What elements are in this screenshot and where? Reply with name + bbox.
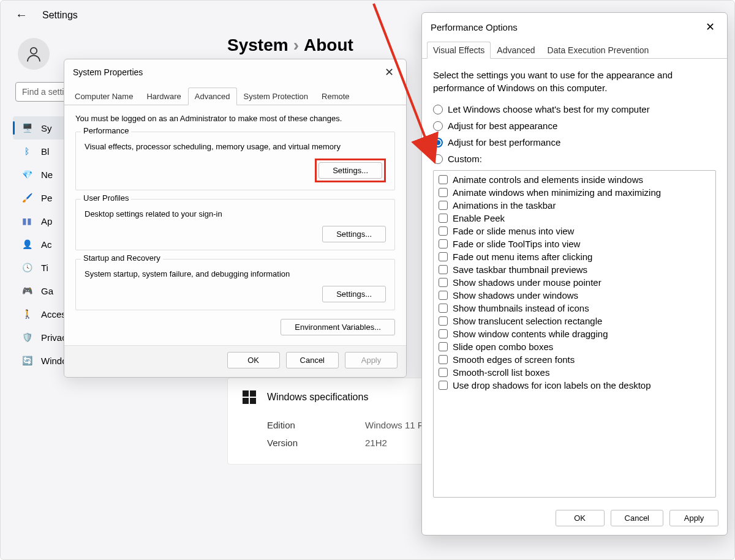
breadcrumb-root[interactable]: System bbox=[227, 35, 288, 54]
checkbox-label: Animate windows when minimizing and maxi… bbox=[453, 187, 661, 198]
nav-label: Ap bbox=[41, 216, 52, 226]
nav-icon: 🖌️ bbox=[21, 192, 32, 203]
checkbox-option[interactable]: Show shadows under mouse pointer bbox=[437, 276, 712, 289]
settings-button[interactable]: Settings... bbox=[318, 162, 382, 179]
tab-system-protection[interactable]: System Protection bbox=[237, 88, 315, 105]
checkbox-label: Fade or slide menus into view bbox=[453, 226, 574, 236]
settings-button[interactable]: Settings... bbox=[322, 226, 386, 242]
checkbox-icon bbox=[439, 291, 448, 300]
admin-note: You must be logged on as an Administrato… bbox=[75, 114, 395, 123]
tab-advanced[interactable]: Advanced bbox=[188, 88, 237, 105]
checkbox-label: Fade or slide ToolTips into view bbox=[453, 239, 580, 249]
settings-title: Settings bbox=[42, 10, 78, 21]
ok-button[interactable]: OK bbox=[227, 352, 280, 368]
radio-adjust-for-best-performance[interactable]: Adjust for best performance bbox=[433, 137, 716, 147]
tab-remote[interactable]: Remote bbox=[315, 88, 356, 105]
radio-label: Let Windows choose what's best for my co… bbox=[448, 104, 650, 114]
nav-label: Sy bbox=[41, 123, 52, 133]
checkbox-icon bbox=[439, 316, 448, 326]
back-arrow-icon[interactable]: ← bbox=[15, 8, 28, 22]
group-user-profiles: User Profiles Desktop settings related t… bbox=[75, 199, 395, 250]
spec-label: Edition bbox=[267, 420, 365, 430]
checkbox-icon bbox=[439, 214, 448, 223]
checkbox-option[interactable]: Smooth edges of screen fonts bbox=[437, 353, 712, 366]
nav-icon: 🖥️ bbox=[21, 122, 32, 133]
checkbox-icon bbox=[439, 278, 448, 287]
apply-button[interactable]: Apply bbox=[345, 352, 398, 368]
radio-custom[interactable]: Custom: bbox=[433, 154, 716, 164]
group-legend: Startup and Recovery bbox=[81, 253, 163, 263]
checkbox-option[interactable]: Show shadows under windows bbox=[437, 289, 712, 302]
checkbox-option[interactable]: Fade out menu items after clicking bbox=[437, 250, 712, 263]
radio-label: Custom: bbox=[448, 154, 482, 164]
close-icon[interactable]: ✕ bbox=[702, 20, 718, 34]
nav-icon: 🕓 bbox=[21, 262, 32, 273]
checkbox-option[interactable]: Use drop shadows for icon labels on the … bbox=[437, 379, 712, 392]
checkbox-icon bbox=[439, 355, 448, 364]
radio-let-windows-choose-what-s-best-for-my-computer[interactable]: Let Windows choose what's best for my co… bbox=[433, 104, 716, 114]
group-startup-and-recovery: Startup and Recovery System startup, sys… bbox=[75, 259, 395, 310]
nav-label: Ti bbox=[41, 263, 48, 273]
tab-computer-name[interactable]: Computer Name bbox=[68, 88, 140, 105]
visual-effects-list[interactable]: Animate controls and elements inside win… bbox=[433, 170, 716, 498]
checkbox-option[interactable]: Fade or slide ToolTips into view bbox=[437, 237, 712, 250]
radio-label: Adjust for best appearance bbox=[448, 121, 557, 131]
checkbox-label: Enable Peek bbox=[453, 213, 505, 223]
radio-icon bbox=[433, 105, 443, 114]
group-desc: System startup, system failure, and debu… bbox=[85, 269, 386, 278]
system-properties-dialog: System Properties ✕ Computer NameHardwar… bbox=[64, 59, 407, 378]
tab-hardware[interactable]: Hardware bbox=[140, 88, 187, 105]
checkbox-label: Animate controls and elements inside win… bbox=[453, 174, 643, 185]
environment-variables-button[interactable]: Environment Variables... bbox=[281, 319, 395, 335]
checkbox-option[interactable]: Slide open combo boxes bbox=[437, 340, 712, 353]
tab-visual-effects[interactable]: Visual Effects bbox=[427, 42, 491, 59]
cancel-button[interactable]: Cancel bbox=[611, 510, 663, 526]
checkbox-icon bbox=[439, 381, 448, 390]
perfopt-title: Performance Options bbox=[431, 22, 518, 32]
checkbox-option[interactable]: Fade or slide menus into view bbox=[437, 225, 712, 237]
nav-icon: 🔄 bbox=[21, 355, 32, 366]
checkbox-option[interactable]: Smooth-scroll list boxes bbox=[437, 366, 712, 379]
checkbox-option[interactable]: Animate windows when minimizing and maxi… bbox=[437, 186, 712, 199]
nav-label: Pe bbox=[41, 193, 52, 203]
group-legend: User Profiles bbox=[81, 193, 131, 203]
close-icon[interactable]: ✕ bbox=[381, 65, 398, 79]
settings-button[interactable]: Settings... bbox=[322, 286, 386, 302]
checkbox-option[interactable]: Show thumbnails instead of icons bbox=[437, 302, 712, 315]
nav-icon: ᛒ bbox=[21, 146, 32, 157]
nav-icon: ▮▮ bbox=[21, 215, 32, 226]
checkbox-option[interactable]: Animations in the taskbar bbox=[437, 199, 712, 212]
checkbox-icon bbox=[439, 175, 448, 184]
nav-label: Bl bbox=[41, 146, 49, 157]
nav-icon: 👤 bbox=[21, 239, 32, 250]
nav-label: Ac bbox=[41, 239, 52, 250]
checkbox-icon bbox=[439, 226, 448, 236]
checkbox-label: Fade out menu items after clicking bbox=[453, 252, 592, 262]
radio-adjust-for-best-appearance[interactable]: Adjust for best appearance bbox=[433, 121, 716, 131]
nav-icon: 🛡️ bbox=[21, 332, 32, 343]
nav-icon: 🎮 bbox=[21, 285, 32, 296]
apply-button[interactable]: Apply bbox=[669, 510, 718, 526]
checkbox-option[interactable]: Save taskbar thumbnail previews bbox=[437, 263, 712, 276]
spec-heading: Windows specifications bbox=[267, 392, 368, 403]
windows-logo-icon bbox=[243, 390, 256, 404]
breadcrumb-leaf: About bbox=[304, 35, 353, 54]
checkbox-icon bbox=[439, 342, 448, 351]
spec-label: Version bbox=[267, 438, 365, 448]
cancel-button[interactable]: Cancel bbox=[286, 352, 339, 368]
checkbox-label: Animations in the taskbar bbox=[453, 200, 556, 211]
checkbox-option[interactable]: Show window contents while dragging bbox=[437, 327, 712, 340]
checkbox-option[interactable]: Animate controls and elements inside win… bbox=[437, 173, 712, 186]
performance-options-dialog: Performance Options ✕ Visual EffectsAdva… bbox=[421, 12, 728, 536]
tab-advanced[interactable]: Advanced bbox=[491, 42, 541, 59]
checkbox-icon bbox=[439, 368, 448, 377]
avatar-icon bbox=[18, 38, 50, 70]
nav-icon: 🚶 bbox=[21, 308, 32, 319]
checkbox-option[interactable]: Enable Peek bbox=[437, 212, 712, 225]
ok-button[interactable]: OK bbox=[556, 510, 605, 526]
tab-data-execution-prevention[interactable]: Data Execution Prevention bbox=[541, 42, 655, 59]
group-desc: Desktop settings related to your sign-in bbox=[85, 209, 386, 218]
checkbox-label: Show shadows under mouse pointer bbox=[453, 277, 601, 288]
nav-label: Ne bbox=[41, 170, 53, 180]
checkbox-option[interactable]: Show translucent selection rectangle bbox=[437, 315, 712, 327]
